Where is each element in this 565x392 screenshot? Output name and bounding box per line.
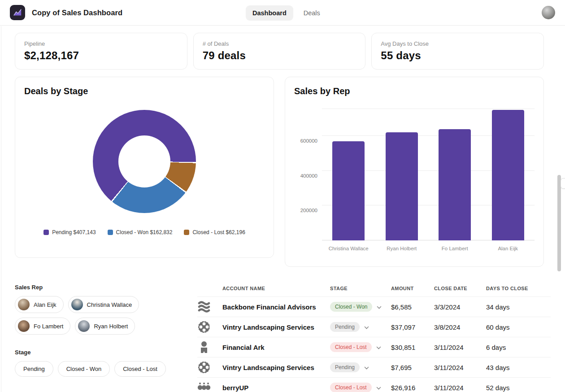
company-person-icon bbox=[197, 340, 222, 354]
app-header: Copy of Sales Dashboard DashboardDeals bbox=[0, 0, 565, 26]
legend-item: Closed - Lost $62,196 bbox=[184, 229, 245, 235]
sales-rep-pill-ryan-holbert[interactable]: Ryan Holbert bbox=[75, 318, 135, 335]
table-row[interactable]: Backbone Financial AdvisorsClosed - Won$… bbox=[197, 296, 551, 317]
account-name-cell: berryUP bbox=[222, 384, 330, 392]
stage-select[interactable]: Closed - Won bbox=[330, 302, 391, 312]
content-left-divider bbox=[1, 26, 1, 392]
legend-label: Closed - Won $162,832 bbox=[116, 229, 173, 235]
amount-cell: $37,097 bbox=[391, 323, 434, 331]
charts-row: Deals by Stage Pending $407,143Closed - … bbox=[15, 77, 544, 267]
bars-group bbox=[322, 109, 535, 240]
stat-value: 79 deals bbox=[203, 49, 356, 62]
close-date-cell: 3/8/2024 bbox=[434, 323, 486, 331]
column-header-account-name: ACCOUNT NAME bbox=[222, 286, 330, 291]
amount-cell: $30,851 bbox=[391, 344, 434, 351]
user-avatar[interactable] bbox=[542, 6, 555, 19]
y-tick-label: 400000 bbox=[300, 173, 317, 179]
account-name-cell: Backbone Financial Advisors bbox=[222, 303, 330, 311]
close-date-cell: 3/11/2024 bbox=[434, 344, 486, 351]
stat-card-1: Pipeline$2,128,167 bbox=[15, 33, 187, 70]
sales-rep-pill-fo-lambert[interactable]: Fo Lambert bbox=[15, 318, 70, 335]
deals-by-stage-donut-chart[interactable] bbox=[93, 110, 196, 213]
stat-value: 55 days bbox=[381, 49, 535, 62]
rep-name: Ryan Holbert bbox=[94, 323, 128, 330]
amount-cell: $6,585 bbox=[391, 303, 434, 311]
bar-ryan-holbert[interactable] bbox=[386, 132, 418, 240]
sales-rep-pill-alan-eijk[interactable]: Alan Eijk bbox=[15, 296, 64, 313]
main-tabs: DashboardDeals bbox=[246, 0, 327, 26]
stage-select[interactable]: Pending bbox=[330, 362, 391, 372]
stage-select[interactable]: Closed - Lost bbox=[330, 342, 391, 352]
chevron-down-icon bbox=[364, 323, 369, 331]
bar-christina-wallace[interactable] bbox=[332, 141, 365, 240]
x-tick-label: Alan Eijk bbox=[482, 246, 535, 251]
column-header-amount: AMOUNT bbox=[391, 286, 434, 291]
stat-label: # of Deals bbox=[203, 40, 356, 47]
account-name-cell: Vintry Landscaping Services bbox=[222, 364, 330, 371]
days-to-close-cell: 60 days bbox=[486, 323, 551, 331]
scroll-handle[interactable] bbox=[561, 178, 565, 189]
stage-filter-pills: PendingClosed - WonClosed - Lost bbox=[15, 361, 197, 377]
stat-label: Avg Days to Close bbox=[381, 40, 535, 47]
stat-cards: Pipeline$2,128,167# of Deals79 dealsAvg … bbox=[15, 33, 544, 70]
stage-filter-pill-closedlost[interactable]: Closed - Lost bbox=[114, 361, 166, 377]
days-to-close-cell: 43 days bbox=[486, 364, 551, 371]
bar-alan-eijk[interactable] bbox=[492, 110, 524, 240]
sales-by-rep-bar-chart[interactable]: 200000400000600000 bbox=[322, 109, 535, 240]
stat-card-2: # of Deals79 deals bbox=[193, 33, 366, 70]
legend-item: Closed - Won $162,832 bbox=[108, 229, 173, 235]
chevron-down-icon bbox=[377, 303, 382, 311]
stage-filter-pill-pending[interactable]: Pending bbox=[15, 361, 53, 377]
legend-swatch bbox=[108, 230, 113, 235]
rep-avatar bbox=[18, 320, 30, 332]
vertical-scrollbar[interactable] bbox=[557, 175, 561, 271]
rep-avatar bbox=[78, 320, 90, 332]
sales-rep-pill-christina-wallace[interactable]: Christina Wallace bbox=[68, 296, 139, 313]
account-name-cell: Financial Ark bbox=[222, 344, 330, 351]
rep-name: Alan Eijk bbox=[34, 301, 56, 308]
stage-filter-label: Stage bbox=[15, 349, 197, 356]
rep-name: Fo Lambert bbox=[34, 323, 63, 330]
legend-item: Pending $407,143 bbox=[43, 229, 96, 235]
bar-chart-title: Sales by Rep bbox=[294, 86, 535, 96]
filters-panel: Sales Rep Alan EijkChristina WallaceFo L… bbox=[15, 278, 197, 392]
chevron-down-icon bbox=[364, 363, 369, 371]
stage-badge: Closed - Won bbox=[330, 302, 372, 312]
table-row[interactable]: berryUPClosed - Lost$26,9163/11/202452 d… bbox=[197, 377, 551, 392]
legend-swatch bbox=[184, 230, 189, 235]
amount-cell: $26,916 bbox=[391, 384, 434, 392]
stage-badge: Pending bbox=[330, 322, 360, 332]
stage-filter-pill-closedwon[interactable]: Closed - Won bbox=[58, 361, 110, 377]
days-to-close-cell: 34 days bbox=[486, 303, 551, 311]
account-name-cell: Vintry Landscaping Services bbox=[222, 323, 330, 331]
bar-chart-x-labels: Christina WallaceRyan HolbertFo LambertA… bbox=[322, 246, 535, 251]
table-row[interactable]: Vintry Landscaping ServicesPending$7,695… bbox=[197, 357, 551, 377]
bottom-section: Sales Rep Alan EijkChristina WallaceFo L… bbox=[15, 278, 551, 392]
stage-select[interactable]: Closed - Lost bbox=[330, 383, 391, 392]
table-row[interactable]: Vintry Landscaping ServicesPending$37,09… bbox=[197, 317, 551, 337]
bar-fo-lambert[interactable] bbox=[439, 129, 471, 240]
x-tick-label: Ryan Holbert bbox=[375, 246, 428, 251]
table-header-row: ACCOUNT NAMESTAGEAMOUNTCLOSE DATEDAYS TO… bbox=[197, 280, 551, 296]
days-to-close-cell: 6 days bbox=[486, 344, 551, 351]
company-berries-icon bbox=[197, 381, 222, 392]
tab-dashboard[interactable]: Dashboard bbox=[246, 5, 293, 21]
amount-cell: $7,695 bbox=[391, 364, 434, 371]
sales-by-rep-card: Sales by Rep 200000400000600000 Christin… bbox=[285, 77, 544, 267]
legend-label: Pending $407,143 bbox=[52, 229, 96, 235]
column-header-close-date: CLOSE DATE bbox=[434, 286, 486, 291]
page-title: Copy of Sales Dashboard bbox=[32, 9, 122, 17]
rep-avatar bbox=[18, 299, 30, 310]
y-tick-label: 200000 bbox=[300, 208, 317, 213]
donut-chart-title: Deals by Stage bbox=[24, 86, 265, 96]
chevron-down-icon bbox=[376, 343, 381, 351]
rep-name: Christina Wallace bbox=[87, 301, 132, 308]
stage-select[interactable]: Pending bbox=[330, 322, 391, 332]
tab-deals[interactable]: Deals bbox=[297, 5, 327, 21]
table-row[interactable]: Financial ArkClosed - Lost$30,8513/11/20… bbox=[197, 337, 551, 357]
close-date-cell: 3/11/2024 bbox=[434, 384, 486, 392]
x-tick-label: Christina Wallace bbox=[322, 246, 375, 251]
company-clover-icon bbox=[197, 361, 222, 374]
sales-rep-filter-pills: Alan EijkChristina WallaceFo LambertRyan… bbox=[15, 296, 163, 335]
days-to-close-cell: 52 days bbox=[486, 384, 551, 392]
